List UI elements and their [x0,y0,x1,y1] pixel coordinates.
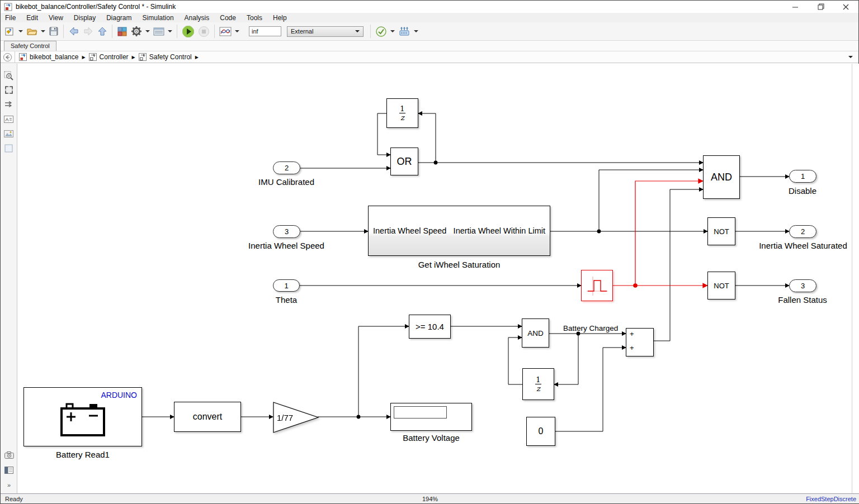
sum-block[interactable]: + + [626,328,654,356]
breadcrumb-item-controller[interactable]: Controller [89,53,129,61]
outport-fallen-status-label: Fallen Status [775,295,830,305]
run-button[interactable] [180,24,196,39]
subsystem-name-label: Get iWheel Saturation [409,260,509,269]
inport-inertia-wheel-speed-label: Inertia Wheel Speed [242,241,331,250]
convert-block[interactable]: convert [174,402,241,432]
simulation-mode-select[interactable]: External [287,26,364,37]
status-bar: Ready 194% FixedStepDiscrete [1,493,859,503]
sum-plus-sign: + [630,344,634,351]
gain-value: 1/77 [277,413,293,422]
diagram-canvas[interactable]: 1 Theta 2 IMU Calibrated 3 Inertia Wheel… [17,64,859,495]
restore-button[interactable] [808,1,833,13]
battery-and-block[interactable]: AND [522,318,549,348]
or-block[interactable]: OR [390,148,418,175]
open-dropdown[interactable] [41,30,45,32]
breadcrumb-item-safety-control[interactable]: Safety Control [139,53,192,61]
menu-bar: File Edit View Display Diagram Simulatio… [1,13,858,22]
save-button[interactable] [47,24,60,39]
breadcrumb-back-icon[interactable] [3,53,12,61]
menu-simulation[interactable]: Simulation [143,14,174,22]
menu-file[interactable]: File [5,14,16,22]
signal-routing-tool[interactable] [3,99,15,110]
menu-display[interactable]: Display [74,14,96,22]
annotation-tool[interactable]: A [3,114,15,124]
breadcrumb-arrow: ▶ [132,55,135,60]
simulation-data-inspector-button[interactable] [218,24,233,39]
inport-imu-calibrated[interactable]: 2 [273,161,300,174]
expand-palette-chevrons[interactable]: » [3,480,15,490]
model-explorer-dropdown[interactable] [168,30,172,32]
menu-tools[interactable]: Tools [247,14,262,22]
battery-read-label: Battery Read1 [41,450,125,459]
model-configuration-dropdown[interactable] [145,30,150,32]
battery-icon [58,402,107,438]
not-fallen-block[interactable]: NOT [707,272,735,299]
model-explorer-button[interactable] [152,24,166,39]
inport-number: 2 [285,164,289,172]
status-solver[interactable]: FixedStepDiscrete [806,496,856,502]
hit-crossing-block[interactable] [581,270,613,301]
up-to-parent-button[interactable] [96,24,109,39]
not-label: NOT [714,282,729,290]
close-button[interactable] [833,1,858,13]
fit-to-view-tool[interactable] [3,85,15,95]
forward-button[interactable] [81,24,96,39]
inport-theta[interactable]: 1 [273,279,300,292]
menu-diagram[interactable]: Diagram [106,14,131,22]
screenshot-tool[interactable] [3,450,15,460]
image-tool[interactable] [3,129,15,139]
gain-block[interactable]: 1/77 [273,402,320,434]
outport-fallen-status[interactable]: 3 [789,279,816,292]
unit-delay-battery-block[interactable]: 1z [522,368,554,400]
menu-help[interactable]: Help [273,14,287,22]
menu-code[interactable]: Code [220,14,236,22]
subsystem-inport-label: Inertia Wheel Speed [373,226,446,235]
menu-edit[interactable]: Edit [26,14,38,22]
outport-disable-label: Disable [769,186,836,196]
outport-inertia-wheel-saturated[interactable]: 2 [789,225,816,238]
library-browser-button[interactable] [115,24,129,39]
breadcrumb-dropdown-caret[interactable] [848,56,853,58]
menu-view[interactable]: View [49,14,63,22]
outport-disable[interactable]: 1 [789,170,816,183]
constant-zero-block[interactable]: 0 [526,417,555,446]
compare-to-constant-block[interactable]: >= 10.4 [409,315,451,339]
hit-crossing-icon [586,274,609,297]
breadcrumb-item-root[interactable]: bikebot_balance [19,53,78,61]
and-label: AND [527,329,544,337]
simulation-stop-time-input[interactable] [249,26,281,36]
inport-inertia-wheel-speed[interactable]: 3 [273,225,300,238]
unit-delay-block[interactable]: 1z [386,98,418,128]
not-saturated-block[interactable]: NOT [707,217,735,245]
area-box-tool[interactable] [3,143,15,153]
tab-safety-control[interactable]: Safety Control [4,41,56,51]
simulink-window: bikebot_balance/Controller/Safety Contro… [0,0,859,504]
battery-voltage-display-block[interactable] [390,403,472,431]
battery-voltage-label: Battery Voltage [389,433,473,443]
zoom-region-tool[interactable] [3,70,15,80]
deploy-to-hardware-button[interactable] [397,24,412,39]
back-button[interactable] [67,24,81,39]
new-model-dropdown[interactable] [18,30,23,32]
or-label: OR [397,156,412,168]
outport-number: 1 [801,172,805,180]
breadcrumb-label: bikebot_balance [30,53,78,61]
battery-read-block[interactable]: ARDUINO [23,387,142,446]
model-configuration-button[interactable] [129,24,144,39]
menu-analysis[interactable]: Analysis [185,14,210,22]
update-diagram-button[interactable] [374,24,389,39]
and-block[interactable]: AND [703,155,740,199]
open-button[interactable] [25,24,39,39]
minimize-button[interactable] [783,1,808,13]
simulation-data-inspector-dropdown[interactable] [235,30,239,32]
stop-button[interactable] [196,24,211,39]
update-diagram-dropdown[interactable] [390,30,395,32]
get-iwheel-saturation-subsystem[interactable]: Inertia Wheel Speed Inertia Wheel Within… [368,206,550,256]
toolbar: External [1,22,858,41]
deploy-dropdown[interactable] [414,30,418,32]
model-browser-toggle[interactable] [3,465,15,475]
breadcrumb-label: Controller [100,53,129,61]
inport-imu-calibrated-label: IMU Calibrated [247,177,325,187]
new-model-button[interactable] [3,24,17,39]
breadcrumb-arrow: ▶ [195,55,199,60]
